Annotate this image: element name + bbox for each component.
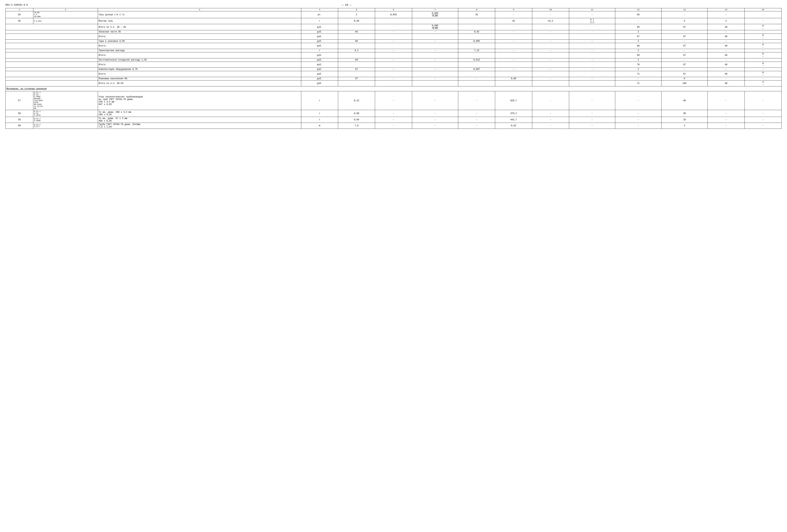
data-cell-col10: 24,2 (532, 18, 569, 24)
subtotal-cell-col13: - (661, 30, 708, 34)
subtotal-cell-col13: - (661, 49, 708, 52)
data-cell-col9: 829,7 (495, 91, 532, 110)
subtotal-cell-col12: 69 (615, 52, 661, 58)
col-header-1: 1 (5, 8, 33, 12)
data-cell-col10: - (532, 110, 569, 117)
data-cell-col2: 3-у-611 (33, 18, 98, 24)
subtotal-cell-col8: 0,007 (458, 68, 495, 71)
data-cell-col8 (458, 18, 495, 24)
subtotal-cell-col9: - (495, 40, 532, 43)
col-header-10: 10 (532, 8, 569, 12)
data-cell-col11: - (569, 117, 615, 123)
subtotal-cell-col6: - (375, 30, 412, 34)
data-cell-col15: - (745, 12, 782, 18)
table-row: Итого по п.п. 38-56руб.71I03483 – (5, 81, 782, 86)
table-row: Итого:руб.6797488 – (5, 34, 782, 40)
subtotal-cell-col11 (569, 43, 615, 49)
subtotal-cell-col6: - (375, 49, 412, 52)
subtotal-cell-col5 (338, 62, 375, 68)
subtotal-cell-col11 (569, 62, 615, 68)
subtotal-cell-col10: - (532, 58, 569, 62)
subtotal-cell-col14: - (708, 77, 745, 81)
subtotal-cell-col14: - (708, 49, 745, 52)
subtotal-cell-col13: I03 (661, 81, 708, 86)
subtotal-label: Итого: (98, 62, 301, 68)
subtotal-cell-col8: 0,02 (458, 30, 495, 34)
subtotal-cell-col4: руб. (301, 62, 338, 68)
subtotal-cell-col14: 48 (708, 71, 745, 77)
data-cell-col4: г (301, 91, 338, 110)
data-cell-col15: - (745, 117, 782, 123)
data-cell-col1: 57 (5, 91, 33, 110)
subtotal-cell-col12: 68 (615, 43, 661, 49)
data-cell-col2: Ц.Iч.J р.IX п.I002 Письмо Госстроя СССР … (33, 91, 98, 110)
data-cell-col7: - (412, 110, 458, 117)
subtotal-cell-col9 (495, 62, 532, 68)
subtotal-cell-col8: 0,005 (458, 40, 495, 43)
subtotal-empty (5, 71, 98, 77)
data-cell-col6 (375, 18, 412, 24)
data-cell-col12: - (615, 117, 661, 123)
data-cell-col3: Таль ручная г/п I тс (98, 12, 301, 18)
subtotal-cell-col4: руб. (301, 52, 338, 58)
data-cell-col4: шт. (301, 12, 338, 18)
table-row: Плановые накопления 6%руб.97---0,06---6-… (5, 77, 782, 81)
subtotal-cell-col9 (495, 52, 532, 58)
subtotal-cell-col5: 0,I (338, 49, 375, 52)
subtotal-cell-col12: 71 (615, 71, 661, 77)
subtotal-cell-col12: I (615, 49, 661, 52)
data-cell-col13: - (661, 12, 708, 18)
subtotal-cell-col5 (338, 81, 375, 86)
subtotal-cell-col9 (495, 24, 532, 30)
subtotal-cell-col4: руб. (301, 34, 338, 40)
subtotal-cell-col10: - (532, 77, 569, 81)
data-cell-col3: Монтаж таль (98, 18, 301, 24)
col-header-13: 13 (661, 8, 708, 12)
data-cell-col4: г (301, 110, 338, 117)
subtotal-cell-col14: 48 (708, 81, 745, 86)
subtotal-cell-col11 (569, 24, 615, 30)
subtotal-cell-col12: 66 (615, 24, 661, 30)
subtotal-label: Итого: (98, 34, 301, 40)
col-header-5: 5 (338, 8, 375, 12)
subtotal-cell-col9: - (495, 68, 532, 71)
subtotal-cell-col9 (495, 71, 532, 77)
table-row: Итого:руб.7197488 – (5, 71, 782, 77)
subtotal-cell-col15: 8 – (745, 62, 782, 68)
data-cell-col2: Ц.Iч.I п.I77 (33, 123, 98, 129)
subtotal-cell-col5: 69 (338, 58, 375, 62)
data-cell-col10: - (532, 123, 569, 129)
data-cell-col12: - (615, 18, 661, 24)
col-header-12: 12 (615, 8, 661, 12)
table-row: Итого:руб.6897488 – (5, 43, 782, 49)
data-cell-col11: - (569, 123, 615, 129)
data-cell-col10: - (532, 91, 569, 110)
subtotal-cell-col4: руб. (301, 77, 338, 81)
data-cell-col11: 3.7 I,2 (569, 18, 615, 24)
subtotal-cell-col8: - (458, 77, 495, 81)
data-cell-col9: 379,I (495, 110, 532, 117)
subtotal-cell-col6: - (375, 58, 412, 62)
subtotal-cell-col7: - (412, 77, 458, 81)
subtotal-cell-col8 (458, 24, 495, 30)
subtotal-cell-col13: 97 (661, 43, 708, 49)
data-cell-col3: То же, диам. IO8 x 3,5 мм 399 x 0,95 (98, 110, 301, 117)
data-cell-col15: - (745, 110, 782, 117)
data-cell-col5: 0,08 (338, 110, 375, 117)
subtotal-cell-col11: - (569, 58, 615, 62)
subtotal-empty (5, 62, 98, 68)
data-cell-col8: - (458, 91, 495, 110)
subtotal-cell-col8 (458, 81, 495, 86)
subtotal-empty (5, 52, 98, 58)
data-cell-col3: То же, диам. 57 x 3 мм 466 x 0,95 (98, 117, 301, 123)
subtotal-cell-col10 (532, 43, 569, 49)
subtotal-label: Итого по п.п. 38-56 (98, 81, 301, 86)
subtotal-cell-col15: - (745, 40, 782, 43)
subtotal-cell-col14: - (708, 68, 745, 71)
data-cell-col11: - (569, 12, 615, 18)
column-header-row: 1 2 3 4 5 6 7 8 9 10 11 12 13 14 15 (5, 8, 782, 12)
subtotal-cell-col15: - (745, 49, 782, 52)
col-header-14: 14 (708, 8, 745, 12)
data-cell-col3: Труба ГОСТ IO704-76 диам. 32x2мм 7,0 x I… (98, 123, 301, 129)
subtotal-cell-col10 (532, 52, 569, 58)
